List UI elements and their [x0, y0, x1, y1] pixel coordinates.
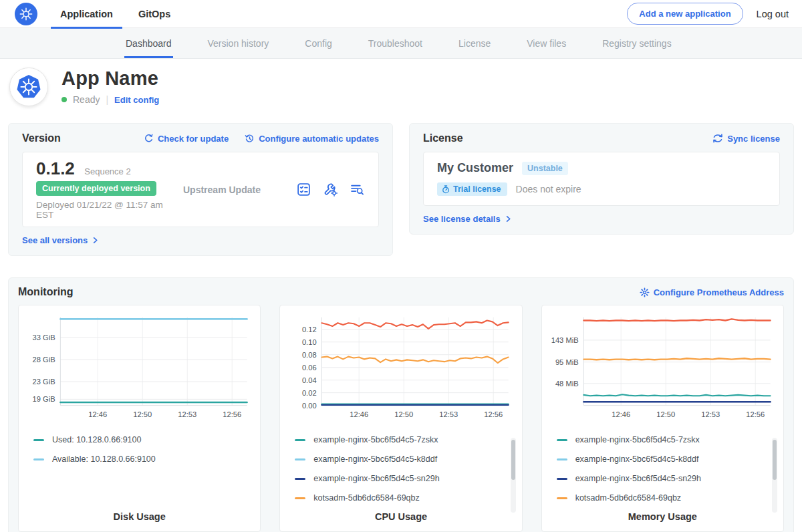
tab-gitops[interactable]: GitOps — [129, 0, 180, 28]
edit-config-link[interactable]: Edit config — [114, 95, 159, 105]
svg-text:19 GiB: 19 GiB — [33, 395, 55, 403]
legend-color-dash — [33, 458, 44, 460]
view-logs-icon[interactable] — [350, 182, 365, 197]
memory-usage-chart: 12:4612:5012:5312:56143 MiB95 MiB48 MiB — [549, 312, 777, 424]
version-number: 0.1.2 — [36, 158, 75, 178]
svg-text:12:53: 12:53 — [701, 410, 720, 418]
legend-label: example-nginx-5bc6f5d4c5-7zskx — [313, 435, 438, 444]
svg-text:12:56: 12:56 — [746, 410, 765, 418]
legend-item: kotsadm-5db6dc6584-69qbz — [295, 489, 512, 508]
svg-text:143 MiB: 143 MiB — [551, 336, 578, 344]
legend-label: example-nginx-5bc6f5d4c5-k8ddf — [575, 454, 699, 464]
svg-text:12:50: 12:50 — [656, 410, 675, 418]
legend-item: example-nginx-5bc6f5d4c5-k8ddf — [557, 450, 774, 469]
svg-text:48 MiB: 48 MiB — [555, 380, 579, 388]
version-sequence: Sequence 2 — [84, 166, 130, 176]
divider: | — [106, 94, 108, 105]
legend-color-dash — [557, 478, 567, 480]
chevron-right-icon — [505, 215, 512, 223]
legend-label: Available: 10.128.0.66:9100 — [52, 454, 156, 464]
version-card-title: Version — [22, 132, 61, 144]
svg-text:12:46: 12:46 — [612, 410, 630, 418]
legend-label: Used: 10.128.0.66:9100 — [52, 435, 141, 444]
legend-color-dash — [557, 497, 567, 499]
sync-license-link[interactable]: Sync license — [712, 134, 780, 144]
license-details-row: My Customer Unstable Trial license Does … — [423, 152, 780, 206]
monitoring-title: Monitoring — [18, 286, 74, 298]
page-title: App Name — [61, 68, 159, 90]
license-card: License Sync license My Customer Unstabl… — [409, 123, 794, 235]
chart-title: CPU Usage — [287, 511, 515, 523]
legend-color-dash — [557, 458, 567, 460]
see-all-versions-link[interactable]: See all versions — [22, 235, 99, 245]
legend-label: kotsadm-5db6dc6584-69qbz — [313, 493, 419, 503]
channel-badge: Unstable — [522, 162, 568, 175]
cpu-usage-card: 12:4612:5012:5312:560.120.100.080.060.04… — [279, 305, 522, 532]
svg-text:12:56: 12:56 — [485, 410, 503, 418]
legend-item: Available: 10.128.0.66:9100 — [33, 450, 251, 469]
app-header: App Name Ready | Edit config — [0, 59, 802, 116]
configure-automatic-updates-link[interactable]: Configure automatic updates — [245, 134, 379, 144]
legend-label: example-nginx-5bc6f5d4c5-k8ddf — [313, 454, 437, 464]
refresh-icon — [144, 134, 154, 144]
legend-color-dash — [557, 439, 567, 441]
logout-link[interactable]: Log out — [757, 9, 789, 19]
svg-text:12:53: 12:53 — [440, 410, 458, 418]
svg-text:28 GiB: 28 GiB — [33, 356, 55, 364]
topnav-actions: Add a new application Log out — [627, 3, 789, 25]
svg-text:0.12: 0.12 — [302, 325, 317, 334]
svg-text:0.00: 0.00 — [302, 402, 317, 410]
legend-label: example-nginx-5bc6f5d4c5-sn29h — [313, 474, 439, 483]
config-wrench-icon[interactable] — [323, 182, 338, 197]
kubernetes-app-icon — [16, 74, 41, 100]
chevron-right-icon — [92, 237, 99, 244]
legend-item: Used: 10.128.0.66:9100 — [33, 430, 251, 450]
chart-title: Memory Usage — [549, 511, 777, 523]
app-subnav: Dashboard Version history Config Trouble… — [0, 28, 802, 59]
stopwatch-icon — [442, 185, 450, 194]
subnav-tab-registry-settings[interactable]: Registry settings — [602, 28, 671, 58]
license-card-title: License — [423, 132, 463, 144]
legend-item: example-nginx-5bc6f5d4c5-k8ddf — [295, 450, 512, 469]
gear-icon — [640, 287, 650, 297]
subnav-tab-dashboard[interactable]: Dashboard — [126, 28, 172, 58]
status-text: Ready — [73, 94, 100, 105]
license-expiry: Does not expire — [516, 184, 581, 194]
legend-scrollbar[interactable] — [511, 438, 516, 513]
app-avatar — [9, 68, 48, 106]
memory-usage-card: 12:4612:5012:5312:56143 MiB95 MiB48 MiB … — [541, 305, 784, 532]
subnav-tab-license[interactable]: License — [458, 28, 491, 58]
svg-text:23 GiB: 23 GiB — [33, 378, 55, 386]
legend-color-dash — [295, 497, 305, 499]
top-navbar: Application GitOps Add a new application… — [0, 0, 802, 28]
subnav-tab-config[interactable]: Config — [305, 28, 331, 58]
license-type-badge: Trial license — [437, 182, 507, 196]
legend-color-dash — [33, 439, 44, 441]
sync-arrows-icon — [712, 134, 723, 143]
subnav-tab-troubleshoot[interactable]: Troubleshoot — [368, 28, 422, 58]
legend-item: kotsadm-5db6dc6584-69qbz — [557, 489, 774, 508]
legend-item: example-nginx-5bc6f5d4c5-7zskx — [295, 430, 512, 450]
subnav-tab-view-files[interactable]: View files — [527, 28, 566, 58]
legend-scrollbar[interactable] — [772, 438, 777, 513]
legend-label: example-nginx-5bc6f5d4c5-7zskx — [575, 435, 700, 444]
add-application-button[interactable]: Add a new application — [627, 3, 743, 25]
see-license-details-link[interactable]: See license details — [423, 214, 512, 224]
current-version-row: 0.1.2 Sequence 2 Currently deployed vers… — [22, 152, 379, 227]
legend-color-dash — [295, 478, 305, 480]
preflight-checks-icon[interactable] — [296, 182, 311, 197]
svg-text:95 MiB: 95 MiB — [555, 358, 579, 366]
kubernetes-logo-icon[interactable] — [15, 3, 37, 25]
subnav-tab-version-history[interactable]: Version history — [208, 28, 269, 58]
check-for-update-link[interactable]: Check for update — [144, 134, 229, 144]
tab-application[interactable]: Application — [51, 0, 122, 28]
disk-usage-legend: Used: 10.128.0.66:9100Available: 10.128.… — [25, 424, 253, 469]
legend-label: example-nginx-5bc6f5d4c5-sn29h — [575, 474, 701, 483]
svg-text:33 GiB: 33 GiB — [33, 334, 55, 342]
configure-prometheus-link[interactable]: Configure Prometheus Address — [640, 287, 784, 297]
cpu-usage-legend: example-nginx-5bc6f5d4c5-7zskxexample-ng… — [287, 424, 515, 508]
legend-color-dash — [295, 458, 305, 460]
chart-title: Disk Usage — [25, 511, 253, 523]
deployed-badge: Currently deployed version — [36, 181, 156, 196]
legend-label: kotsadm-5db6dc6584-69qbz — [575, 493, 681, 503]
